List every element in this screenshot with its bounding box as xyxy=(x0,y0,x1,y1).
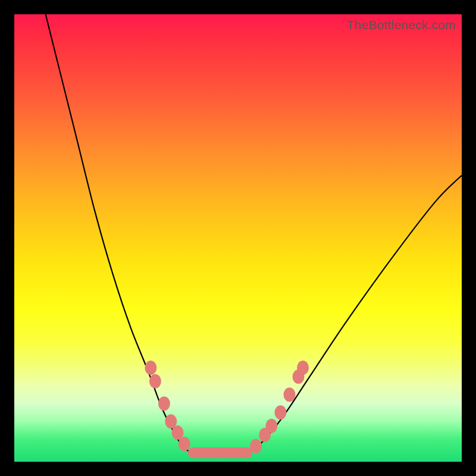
bead-marker xyxy=(178,437,190,451)
chart-overlay xyxy=(14,14,462,462)
bead-marker xyxy=(250,439,262,453)
bead-marker xyxy=(158,396,170,411)
curve-left xyxy=(46,14,193,453)
bead-marker xyxy=(274,405,286,419)
bead-marker xyxy=(145,361,156,375)
bead-marker xyxy=(265,419,277,433)
curve-beads xyxy=(145,361,309,453)
bead-marker xyxy=(149,374,161,389)
bead-marker xyxy=(283,387,295,402)
chart-canvas: TheBottleneck.com xyxy=(14,14,462,462)
bead-marker xyxy=(297,361,309,375)
